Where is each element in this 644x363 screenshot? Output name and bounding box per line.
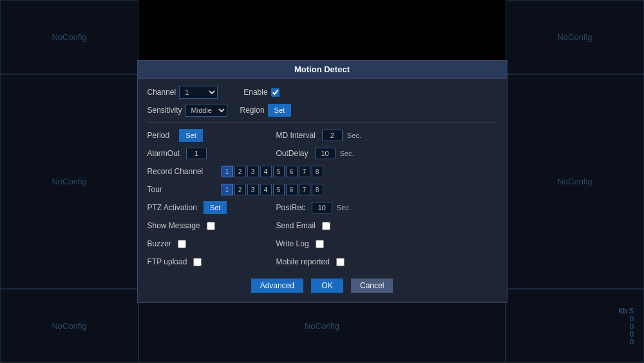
record-channel-row: Record Channel 1 2 3 4 5 6 7 8 [147, 164, 497, 179]
channel-enable-row: Channel 1 Enable [147, 85, 497, 99]
sensitivity-label: Sensitivity [147, 106, 182, 115]
advanced-button[interactable]: Advanced [251, 279, 303, 293]
record-channel-numbers: 1 2 3 4 5 6 7 8 [222, 166, 323, 177]
md-interval-sec: Sec. [347, 132, 361, 139]
send-email-label: Send Email [276, 221, 316, 230]
set-ptz-button[interactable]: Set [204, 201, 227, 214]
tour-ch-4[interactable]: 4 [260, 184, 272, 195]
tour-ch-6[interactable]: 6 [286, 184, 298, 195]
rec-ch-5[interactable]: 5 [273, 166, 285, 177]
ftp-upload-checkbox[interactable] [193, 258, 202, 266]
ftp-mobile-row: FTP upload Mobile reported [147, 255, 497, 269]
buzzer-label: Buzzer [147, 239, 171, 248]
period-label: Period [147, 131, 170, 140]
ptz-activation-label: PTZ Activation [147, 203, 197, 212]
post-rec-label: PostRec [276, 203, 305, 212]
post-rec-sec: Sec. [337, 204, 351, 211]
ftp-upload-label: FTP upload [147, 257, 187, 266]
rec-ch-3[interactable]: 3 [247, 166, 259, 177]
out-delay-group: OutDelay Sec. [276, 148, 354, 159]
channel-label: Channel [147, 88, 176, 97]
record-channel-label: Record Channel [147, 167, 218, 176]
dialog-buttons: Advanced OK Cancel [147, 279, 497, 293]
sensitivity-select[interactable]: Middle Low High [185, 104, 227, 117]
tour-ch-8[interactable]: 8 [312, 184, 323, 195]
tour-ch-5[interactable]: 5 [273, 184, 285, 195]
tour-ch-3[interactable]: 3 [247, 184, 259, 195]
out-delay-input[interactable] [315, 148, 336, 159]
divider-1 [147, 123, 497, 123]
period-group: Period Set [147, 129, 244, 142]
ptz-postrec-row: PTZ Activation Set PostRec Sec. [147, 201, 497, 215]
buzzer-group: Buzzer [147, 239, 276, 248]
mobile-reported-label: Mobile reported [276, 257, 330, 266]
sensitivity-group: Sensitivity Middle Low High [147, 104, 227, 117]
show-message-checkbox[interactable] [207, 222, 215, 230]
md-interval-group: MD Interval Sec. [276, 130, 361, 141]
alarm-outdelay-row: AlarmOut OutDelay Sec. [147, 146, 497, 161]
write-log-label: Write Log [276, 239, 309, 248]
enable-label: Enable [243, 88, 267, 97]
out-delay-label: OutDelay [276, 149, 308, 158]
ftp-upload-group: FTP upload [147, 257, 276, 266]
set-region-button[interactable]: Set [268, 104, 292, 117]
dialog-body: Channel 1 Enable Sensitivity Middle Low [138, 79, 507, 302]
show-message-group: Show Message [147, 221, 276, 230]
post-rec-group: PostRec Sec. [276, 202, 351, 213]
write-log-group: Write Log [276, 239, 324, 248]
alarm-out-label: AlarmOut [147, 149, 180, 158]
md-interval-input[interactable] [322, 130, 343, 141]
tour-ch-7[interactable]: 7 [299, 184, 310, 195]
mobile-reported-group: Mobile reported [276, 257, 345, 266]
rec-ch-8[interactable]: 8 [312, 166, 323, 177]
alarm-out-group: AlarmOut [147, 148, 244, 159]
enable-checkbox[interactable] [271, 88, 279, 97]
tour-numbers: 1 2 3 4 5 6 7 8 [222, 184, 323, 195]
tour-ch-2[interactable]: 2 [234, 184, 246, 195]
alarm-out-input[interactable] [186, 148, 207, 159]
show-message-send-email-row: Show Message Send Email [147, 219, 497, 233]
write-log-checkbox[interactable] [316, 240, 324, 248]
dialog-overlay: Motion Detect Channel 1 Enable Sensiti [0, 0, 644, 363]
send-email-checkbox[interactable] [322, 222, 330, 230]
post-rec-input[interactable] [312, 202, 332, 213]
region-label: Region [240, 106, 265, 115]
tour-row: Tour 1 2 3 4 5 6 7 8 [147, 182, 497, 197]
buzzer-checkbox[interactable] [178, 240, 186, 248]
ok-button[interactable]: OK [311, 279, 343, 293]
rec-ch-7[interactable]: 7 [299, 166, 310, 177]
tour-ch-1[interactable]: 1 [222, 184, 233, 195]
mobile-reported-checkbox[interactable] [336, 258, 345, 266]
motion-detect-dialog: Motion Detect Channel 1 Enable Sensiti [137, 60, 507, 303]
out-delay-sec: Sec. [340, 150, 354, 157]
channel-select[interactable]: 1 [179, 86, 218, 99]
period-mdinterval-row: Period Set MD Interval Sec. [147, 128, 497, 142]
channel-group: Channel 1 [147, 86, 218, 99]
region-group: Region Set [240, 104, 292, 117]
show-message-label: Show Message [147, 221, 200, 230]
cancel-button[interactable]: Cancel [351, 279, 393, 293]
rec-ch-6[interactable]: 6 [286, 166, 298, 177]
md-interval-label: MD Interval [276, 131, 316, 140]
send-email-group: Send Email [276, 221, 330, 230]
tour-label: Tour [147, 185, 218, 194]
enable-group: Enable [243, 88, 279, 97]
dialog-title: Motion Detect [138, 61, 507, 79]
rec-ch-2[interactable]: 2 [234, 166, 246, 177]
set-period-button[interactable]: Set [179, 129, 203, 142]
rec-ch-4[interactable]: 4 [260, 166, 272, 177]
rec-ch-1[interactable]: 1 [222, 166, 233, 177]
ptz-group: PTZ Activation Set [147, 201, 244, 214]
sensitivity-region-row: Sensitivity Middle Low High Region Set [147, 103, 497, 117]
buzzer-writelog-row: Buzzer Write Log [147, 237, 497, 251]
